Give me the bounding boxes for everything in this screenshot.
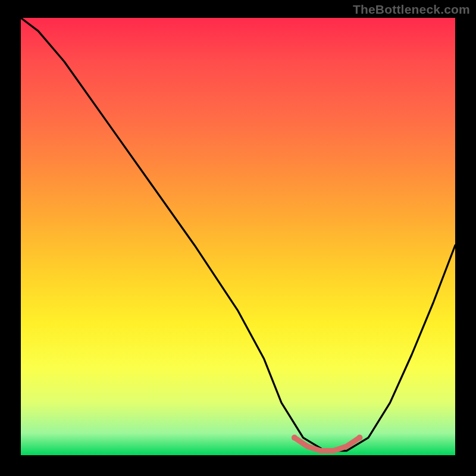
plot-area bbox=[21, 18, 455, 455]
watermark-text: TheBottleneck.com bbox=[353, 2, 470, 17]
bottleneck-curve bbox=[21, 18, 455, 451]
marker-endcap bbox=[292, 435, 298, 441]
chart-svg bbox=[21, 18, 455, 455]
chart-frame: TheBottleneck.com bbox=[0, 0, 476, 476]
marker-endcap bbox=[356, 435, 362, 441]
